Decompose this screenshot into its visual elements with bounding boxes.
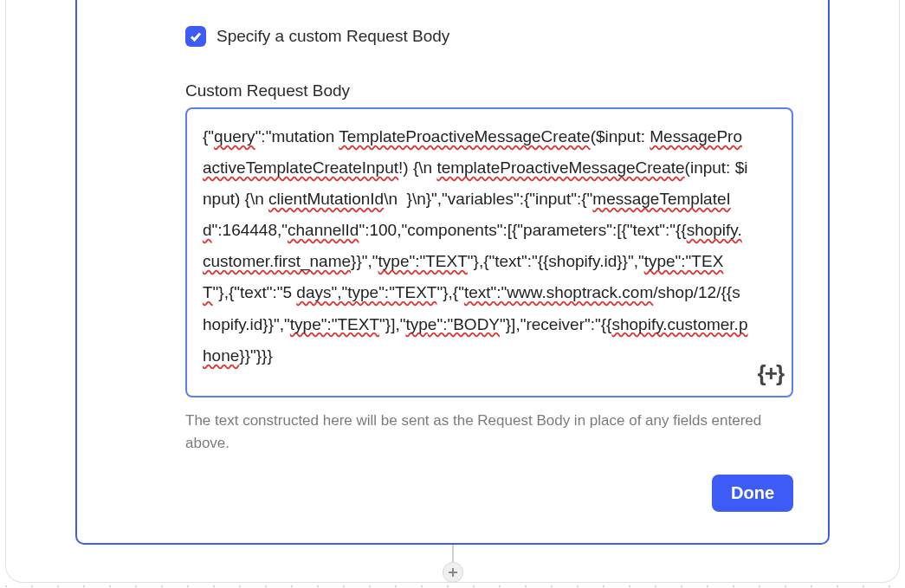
- config-card: Specify a custom Request Body Custom Req…: [75, 0, 830, 545]
- plus-icon: [448, 567, 458, 578]
- custom-body-checkbox-label: Specify a custom Request Body: [217, 27, 449, 46]
- insert-variable-button[interactable]: {+}: [758, 360, 783, 387]
- connector-line: [452, 545, 454, 564]
- request-body-label: Custom Request Body: [185, 81, 793, 100]
- done-button[interactable]: Done: [712, 475, 793, 512]
- outer-panel: Specify a custom Request Body Custom Req…: [5, 0, 900, 583]
- check-icon: [189, 29, 203, 43]
- request-body-helper-text: The text constructed here will be sent a…: [185, 410, 793, 454]
- custom-body-checkbox[interactable]: [185, 26, 206, 47]
- canvas-background: Specify a custom Request Body Custom Req…: [0, 0, 905, 588]
- custom-body-checkbox-row: Specify a custom Request Body: [185, 26, 793, 47]
- add-step-button[interactable]: [443, 562, 463, 583]
- request-body-field-wrap: {"query":"mutation TemplateProactiveMess…: [185, 107, 793, 397]
- request-body-textarea[interactable]: {"query":"mutation TemplateProactiveMess…: [185, 107, 793, 397]
- workflow-connector: [443, 545, 463, 583]
- footer: Done: [185, 475, 793, 512]
